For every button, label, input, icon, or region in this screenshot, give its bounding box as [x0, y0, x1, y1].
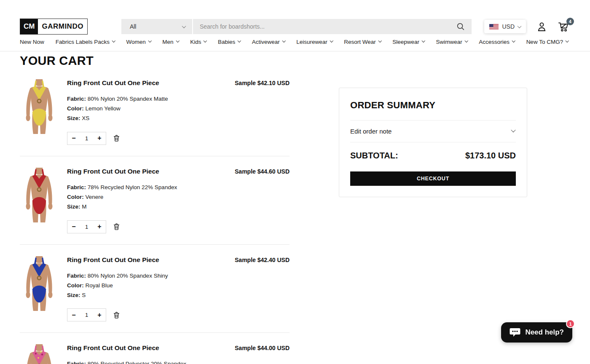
cart-item: Ring Front Cut Out One Piece Sample $42.… — [20, 245, 290, 333]
color-label: Color: — [67, 194, 84, 200]
search-input-wrap — [193, 19, 472, 34]
fabric-label: Fabric: — [67, 361, 86, 364]
product-image[interactable] — [20, 344, 59, 364]
decrease-quantity-button[interactable]: − — [67, 132, 80, 145]
nav-item[interactable]: Men — [162, 39, 179, 45]
chevron-down-icon — [465, 39, 468, 43]
trash-icon — [113, 222, 121, 231]
order-summary-title: ORDER SUMMARY — [350, 100, 516, 111]
nav-item[interactable]: New Now — [20, 39, 44, 45]
product-specs: Fabric: 80% Recycled Polyester 20% Spand… — [67, 359, 290, 364]
product-price: Sample $44.00 USD — [235, 345, 290, 351]
cart-items-list: Ring Front Cut Out One Piece Sample $42.… — [20, 68, 290, 364]
nav-item[interactable]: Accessories — [479, 39, 515, 45]
size-label: Size: — [67, 203, 80, 210]
fabric-line: Fabric: 80% Recycled Polyester 20% Spand… — [67, 359, 290, 364]
nav-item-label: Fabrics Labels Packs — [56, 39, 110, 45]
search-button[interactable] — [450, 19, 472, 34]
fabric-line: Fabric: 78% Recycled Nylon 22% Spandex — [67, 183, 290, 193]
chevron-down-icon — [512, 39, 515, 43]
checkout-button[interactable]: CHECKOUT — [350, 171, 516, 186]
remove-item-button[interactable] — [113, 134, 121, 142]
currency-code: USD — [502, 23, 515, 30]
chat-notification-badge: 1 — [566, 319, 575, 328]
logo-text: GARMINDO — [38, 19, 87, 34]
product-title[interactable]: Ring Front Cut Out One Piece — [67, 256, 159, 264]
size-line: Size: S — [67, 291, 290, 300]
color-value: Venere — [86, 194, 104, 200]
increase-quantity-button[interactable]: + — [93, 309, 106, 321]
nav-item[interactable]: Sleepwear — [392, 39, 424, 45]
size-value: M — [82, 203, 86, 210]
chevron-down-icon — [378, 39, 382, 43]
nav-item-label: Kids — [190, 39, 201, 45]
nav-item-label: New Now — [20, 39, 44, 45]
cart-item-details: Ring Front Cut Out One Piece Sample $42.… — [67, 256, 290, 322]
color-label: Color: — [67, 105, 84, 112]
chevron-down-icon — [238, 39, 241, 43]
remove-item-button[interactable] — [113, 311, 121, 319]
cart-button[interactable]: 4 — [558, 21, 570, 32]
color-label: Color: — [67, 282, 84, 289]
item-controls: − 1 + — [67, 308, 290, 321]
product-image[interactable] — [20, 168, 59, 222]
nav-item[interactable]: Activewear — [252, 39, 285, 45]
trash-icon — [113, 311, 121, 319]
chevron-down-icon — [176, 39, 179, 43]
nav-item-label: Leisurewear — [296, 39, 327, 45]
chevron-down-icon — [518, 24, 522, 28]
account-button[interactable] — [536, 21, 547, 32]
increase-quantity-button[interactable]: + — [93, 221, 106, 233]
size-line: Size: XS — [67, 114, 290, 123]
search-input[interactable] — [193, 23, 450, 30]
size-line: Size: M — [67, 202, 290, 212]
color-line: Color: Venere — [67, 193, 290, 202]
product-image[interactable] — [20, 256, 59, 311]
fabric-value: 80% Recycled Polyester 20% Spandex — [88, 361, 186, 364]
edit-order-note-label: Edit order note — [350, 128, 392, 135]
search-category-select[interactable]: All — [121, 19, 192, 34]
edit-order-note-toggle[interactable]: Edit order note — [350, 120, 516, 142]
cart-item-details: Ring Front Cut Out One Piece Sample $42.… — [67, 79, 290, 145]
chevron-down-icon — [566, 39, 569, 43]
fabric-line: Fabric: 80% Nylon 20% Spandex Shiny — [67, 271, 290, 281]
increase-quantity-button[interactable]: + — [93, 132, 106, 145]
quantity-stepper[interactable]: − 1 + — [67, 132, 106, 145]
product-image[interactable] — [20, 79, 59, 134]
nav-item[interactable]: Resort Wear — [344, 39, 381, 45]
nav-item-label: Babies — [218, 39, 235, 45]
nav-item[interactable]: New To CMG? — [526, 39, 569, 45]
order-summary-column: ORDER SUMMARY Edit order note SUBTOTAL: … — [339, 88, 527, 197]
quantity-stepper[interactable]: − 1 + — [67, 220, 106, 233]
product-title[interactable]: Ring Front Cut Out One Piece — [67, 79, 159, 87]
nav-item[interactable]: Swimwear — [436, 39, 468, 45]
remove-item-button[interactable] — [113, 222, 121, 231]
fabric-label: Fabric: — [67, 273, 86, 279]
nav-item[interactable]: Leisurewear — [296, 39, 333, 45]
nav-item[interactable]: Kids — [190, 39, 206, 45]
header-actions: USD 4 — [484, 20, 570, 33]
product-title[interactable]: Ring Front Cut Out One Piece — [67, 344, 159, 352]
quantity-stepper[interactable]: − 1 + — [67, 308, 106, 321]
store-logo[interactable]: CM GARMINDO — [20, 19, 88, 35]
nav-item[interactable]: Fabrics Labels Packs — [56, 39, 115, 45]
nav-item-label: Swimwear — [436, 39, 462, 45]
item-controls: − 1 + — [67, 132, 290, 145]
decrease-quantity-button[interactable]: − — [67, 221, 80, 233]
color-line: Color: Royal Blue — [67, 281, 290, 291]
chevron-down-icon — [204, 39, 207, 43]
decrease-quantity-button[interactable]: − — [67, 309, 80, 321]
chat-widget-button[interactable]: Need help? 1 — [501, 322, 572, 343]
divider — [350, 142, 516, 142]
product-title[interactable]: Ring Front Cut Out One Piece — [67, 168, 159, 175]
chevron-down-icon — [148, 39, 152, 43]
item-controls: − 1 + — [67, 220, 290, 233]
color-value: Lemon Yellow — [86, 105, 121, 112]
nav-item-label: New To CMG? — [526, 39, 563, 45]
currency-selector[interactable]: USD — [484, 20, 526, 33]
nav-item[interactable]: Babies — [218, 39, 241, 45]
nav-item[interactable]: Women — [126, 39, 151, 45]
chat-bubble-icon — [510, 327, 520, 337]
main-nav: New Now Fabrics Labels Packs Women Men K… — [0, 39, 590, 51]
order-summary-panel: ORDER SUMMARY Edit order note SUBTOTAL: … — [339, 88, 527, 197]
